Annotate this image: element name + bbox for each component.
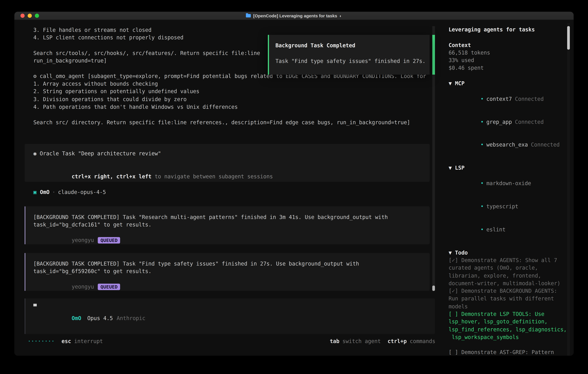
terminal-line: 4. Path operations that don't handle Win… [14,103,443,111]
todo-item-ast-grep: [ ] Demonstrate AST-GREP: Pattern search… [449,349,574,356]
terminal-window: [OpenCode] Leveraging agents for tasks ◐… [14,11,574,356]
esc-action-label: interrupt [74,338,103,344]
ctrlp-key-label: ctrl+p [388,338,407,344]
window-title-text: [OpenCode] Leveraging agents for tasks [253,13,337,18]
blank-line [449,33,574,41]
status-bar: ········ esc interrupt tab switch agent … [14,336,443,346]
message-text: [BACKGROUND TASK COMPLETED] Task "Find t… [33,260,430,268]
sidebar-scrollbar-thumb[interactable] [567,26,570,50]
oracle-task-title: ◉ Oracle Task "Deep architecture review" [33,150,430,157]
minimize-button[interactable] [28,14,32,18]
notification-toast[interactable]: Background Task Completed Task "Find typ… [268,35,430,75]
toast-body: Task "Find type safety issues" finished … [275,57,430,65]
lsp-section-heading[interactable]: ▼ LSP [449,164,574,172]
keybind-text: ctrl+x right, ctrl+x left [72,173,151,179]
terminal-line: 3. File handles or streams not closed [14,26,443,34]
context-heading: Context [449,41,574,49]
message-text: task_id="bg_dcfac161" to get results. [33,221,430,229]
main-scrollbar-track[interactable] [432,26,435,291]
tab-key-label: tab [330,338,339,344]
todo-item-agents: [✓] Demonstrate AGENTS: Show all 7 curat… [449,256,574,287]
blank-line [33,157,430,165]
progress-circle-icon: ◐ [339,13,342,18]
queued-badge: QUEUED [98,284,120,290]
context-spent: $0.46 spent [449,64,574,72]
sidebar-scrollbar-track[interactable] [567,23,570,356]
input-agent-name: OmO [72,315,81,321]
toast-title: Background Task Completed [275,42,430,49]
bullet-icon: • [481,96,484,102]
author-name: yeongyu [72,284,94,290]
blank-line [449,72,574,80]
message-text: task_id="bg_6f59260c" to get results. [33,268,430,275]
mcp-section-heading[interactable]: ▼ MCP [449,80,574,87]
titlebar[interactable]: [OpenCode] Leveraging agents for tasks ◐ [14,12,574,20]
separator-dot: · [52,189,55,195]
bullet-icon: • [481,119,484,125]
zoom-button[interactable] [35,14,39,18]
terminal-line [14,111,443,118]
oracle-task-box[interactable]: ◉ Oracle Task "Deep architecture review"… [25,144,430,182]
close-button[interactable] [21,14,25,18]
author-name: yeongyu [72,237,94,243]
prompt-input[interactable]: OmOOpus 4.5Anthropic [25,299,435,334]
terminal-line: Search src/ directory. Return specific f… [14,118,443,126]
agent-model: claude-opus-4-5 [58,189,106,195]
context-used: 33% used [449,57,574,64]
window-title: [OpenCode] Leveraging agents for tasks ◐ [246,13,342,18]
message-text: [BACKGROUND TASK COMPLETED] Task "Resear… [33,213,430,221]
blank-line [275,49,430,57]
main-scrollbar-thumb[interactable] [432,285,435,291]
terminal-line: 2. String operations on potentially unde… [14,88,443,95]
lsp-item: •markdown-oxide [449,172,574,195]
mcp-item: •grep_appConnected [449,110,574,133]
ctrlp-action-label: commands [410,338,435,344]
message-background-task-2: [BACKGROUND TASK COMPLETED] Task "Find t… [25,253,430,291]
oracle-task-hint: ctrl+x right, ctrl+x left to navigate be… [33,165,430,188]
traffic-lights [21,12,39,20]
message-footer: yeongyuQUEUED [33,229,430,252]
bullet-icon: • [481,180,484,186]
scrollbar-highlight-segment [432,35,435,75]
terminal-line: 1. Array access without bounds checking [14,80,443,88]
activity-dots: ········ [28,338,55,344]
agent-name: OmO [40,189,50,195]
agent-header: ▣OmO·claude-opus-4-5 [14,188,443,196]
bullet-icon: • [481,142,484,148]
input-footer: OmOOpus 4.5Anthropic [33,306,427,330]
todo-item-lsp-tools: [ ] Demonstrate LSP TOOLS: Use lsp_hover… [449,310,574,341]
terminal-line: 3. Division operations that could divide… [14,95,443,103]
folder-icon [246,14,251,18]
message-background-task-1: [BACKGROUND TASK COMPLETED] Task "Resear… [25,207,430,244]
desktop: [OpenCode] Leveraging agents for tasks ◐… [0,0,588,374]
todo-item-background-agents: [✓] Demonstrate BACKGROUND AGENTS: Run p… [449,287,574,310]
agent-icon: ▣ [33,189,36,195]
input-provider-name: Anthropic [117,315,145,321]
context-tokens: 66,518 tokens [449,49,574,57]
queued-badge: QUEUED [98,237,120,244]
text-cursor [33,304,37,306]
tab-action-label: switch agent [342,338,381,344]
input-model-name: Opus 4.5 [87,315,113,321]
todo-section-heading[interactable]: ▼ Todo [449,249,574,256]
blank-line [449,241,574,249]
message-footer: yeongyuQUEUED [33,275,430,298]
keybind-hint: to navigate between subagent sessions [151,173,273,179]
lsp-item: •eslint [449,218,574,241]
blank-line [449,156,574,164]
bullet-icon: • [481,226,484,232]
sidebar: Leveraging agents for tasks Context 66,5… [443,20,574,356]
mcp-item: •context7Connected [449,87,574,110]
session-title: Leveraging agents for tasks [449,26,574,33]
esc-key-label: esc [62,338,71,344]
lsp-item: •typescript [449,195,574,218]
mcp-item: •websearch_exaConnected [449,133,574,156]
bullet-icon: • [481,203,484,209]
